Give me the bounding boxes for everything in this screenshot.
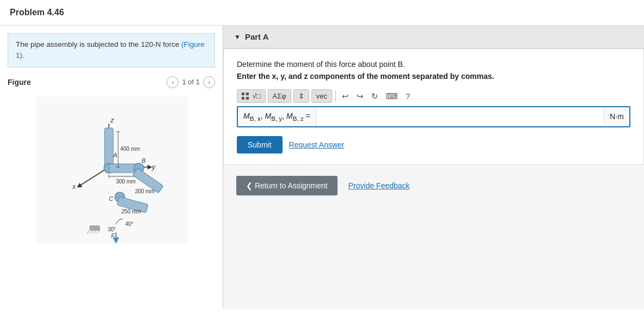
svg-text:x: x bbox=[72, 183, 76, 191]
left-panel: The pipe assembly is subjected to the 12… bbox=[0, 26, 223, 309]
part-a-header: ▼ Part A bbox=[223, 26, 644, 48]
undo-button[interactable]: ↩ bbox=[339, 90, 352, 103]
svg-text:B: B bbox=[142, 157, 145, 164]
figure-header: Figure ‹ 1 of 1 › bbox=[8, 76, 215, 88]
feedback-button[interactable]: Provide Feedback bbox=[348, 181, 410, 190]
math-label: MB, x, MB, y, MB, z = bbox=[238, 107, 316, 126]
svg-text:y: y bbox=[151, 163, 156, 171]
part-a-label: Part A bbox=[245, 32, 269, 41]
toolbar-separator bbox=[335, 90, 336, 102]
question-line1: Determine the moment of this force about… bbox=[237, 60, 630, 69]
part-a-content: Determine the moment of this force about… bbox=[223, 48, 644, 165]
svg-text:C: C bbox=[109, 195, 113, 202]
vec-button[interactable]: vec bbox=[311, 89, 332, 103]
figure-nav: ‹ 1 of 1 › bbox=[167, 76, 215, 88]
input-row: MB, x, MB, y, MB, z = N·m bbox=[237, 106, 630, 127]
page-title: Problem 4.46 bbox=[0, 0, 644, 26]
problem-statement: The pipe assembly is subjected to the 12… bbox=[8, 33, 215, 67]
svg-text:200 mm: 200 mm bbox=[135, 188, 155, 194]
redo-button[interactable]: ↪ bbox=[354, 90, 366, 103]
math-toolbar: √□ ΑΣφ ⇕ vec ↩ ↪ ↻ ⌨ ? bbox=[237, 89, 630, 103]
figure-next-button[interactable]: › bbox=[203, 76, 215, 88]
greek-button[interactable]: ΑΣφ bbox=[268, 89, 291, 103]
arrows-button[interactable]: ⇕ bbox=[293, 89, 309, 103]
question-line2: Enter the x, y, and z components of the … bbox=[237, 72, 630, 81]
right-panel: ▼ Part A Determine the moment of this fo… bbox=[223, 26, 644, 309]
svg-text:A: A bbox=[113, 152, 117, 158]
figure-image: z x y bbox=[8, 94, 215, 246]
collapse-icon[interactable]: ▼ bbox=[234, 33, 241, 41]
svg-rect-7 bbox=[105, 128, 113, 167]
problem-statement-text: The pipe assembly is subjected to the 12… bbox=[16, 40, 179, 48]
action-row: Submit Request Answer bbox=[237, 136, 630, 154]
bottom-bar: ❮ Return to Assignment Provide Feedback bbox=[223, 165, 644, 206]
svg-text:30°: 30° bbox=[108, 226, 116, 232]
svg-text:z: z bbox=[110, 116, 114, 124]
submit-button[interactable]: Submit bbox=[237, 136, 283, 154]
svg-text:250 mm: 250 mm bbox=[121, 208, 141, 214]
figure-prev-button[interactable]: ‹ bbox=[167, 76, 179, 88]
help-button[interactable]: ? bbox=[403, 90, 413, 102]
request-answer-button[interactable]: Request Answer bbox=[289, 140, 345, 149]
figure-nav-text: 1 of 1 bbox=[182, 78, 200, 86]
svg-text:40°: 40° bbox=[125, 221, 133, 227]
answer-input[interactable] bbox=[316, 108, 604, 125]
refresh-button[interactable]: ↻ bbox=[369, 90, 381, 103]
figure-label: Figure bbox=[8, 78, 31, 87]
svg-text:300 mm: 300 mm bbox=[116, 179, 136, 185]
svg-text:400 mm: 400 mm bbox=[120, 146, 140, 152]
matrix-button[interactable]: √□ bbox=[237, 89, 266, 103]
unit-label: N·m bbox=[604, 108, 629, 125]
svg-rect-31 bbox=[90, 226, 100, 230]
return-button[interactable]: ❮ Return to Assignment bbox=[236, 176, 338, 195]
keyboard-button[interactable]: ⌨ bbox=[383, 90, 401, 103]
